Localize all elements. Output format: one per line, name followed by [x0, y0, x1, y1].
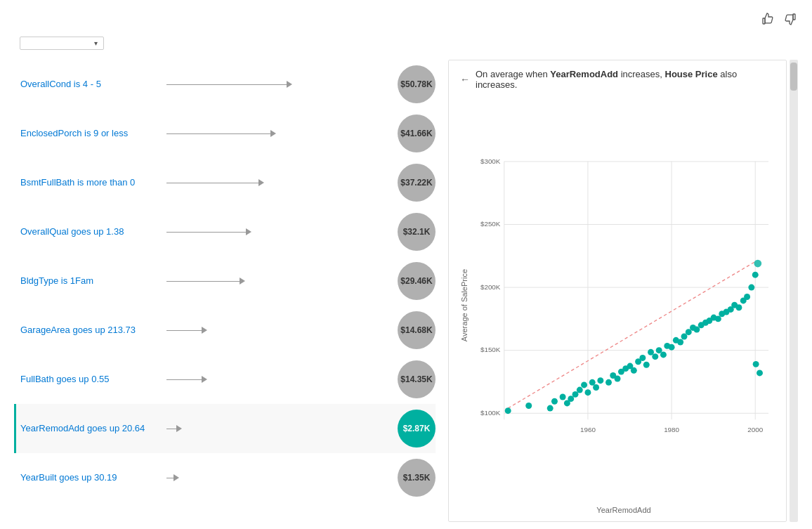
- svg-rect-1: [793, 14, 795, 20]
- header: [14, 11, 798, 27]
- influencer-bar-area: [161, 277, 398, 285]
- svg-point-71: [753, 361, 759, 367]
- svg-point-43: [643, 362, 650, 368]
- chart-panel: ← On average when YearRemodAdd increases…: [448, 60, 787, 522]
- bar-arrow-icon: [246, 228, 251, 235]
- header-actions: [760, 11, 798, 27]
- chart-header: ← On average when YearRemodAdd increases…: [460, 69, 775, 90]
- influencer-row[interactable]: OverallQual goes up 1.38 $32.1K: [14, 207, 436, 256]
- influencer-bar-area: [161, 228, 398, 235]
- svg-point-51: [677, 339, 683, 346]
- svg-point-28: [577, 387, 583, 393]
- svg-point-49: [669, 344, 675, 351]
- svg-point-30: [584, 389, 591, 396]
- influencer-bar-area: [161, 81, 398, 88]
- influence-dropdown[interactable]: ▾: [20, 37, 104, 50]
- app-container: ▾ OverallCond is 4 - 5 $50.78K EnclosedP…: [0, 0, 812, 529]
- svg-point-65: [735, 304, 742, 311]
- influencer-bar-area: [161, 179, 398, 186]
- svg-text:1980: 1980: [664, 426, 679, 433]
- svg-point-36: [615, 376, 621, 382]
- svg-point-72: [757, 370, 763, 376]
- svg-text:1960: 1960: [580, 426, 596, 433]
- svg-point-23: [551, 398, 558, 405]
- svg-point-70: [754, 260, 761, 268]
- bar-line: [166, 232, 246, 233]
- influencer-bubble: $41.66K: [398, 115, 436, 152]
- influencer-bubble: $32.1K: [398, 213, 436, 251]
- svg-text:$250K: $250K: [480, 220, 501, 228]
- influencer-bubble: $29.46K: [398, 262, 436, 300]
- scatter-plot: $300K $250K $200K $150K $100K 1960 1980 …: [473, 97, 775, 503]
- influencers-list: OverallCond is 4 - 5 $50.78K EnclosedPor…: [14, 60, 443, 522]
- influencer-row[interactable]: OverallCond is 4 - 5 $50.78K: [14, 60, 436, 109]
- chart-title: On average when YearRemodAdd increases, …: [476, 69, 775, 90]
- svg-point-24: [560, 393, 566, 400]
- bar-line: [166, 84, 287, 85]
- svg-point-22: [547, 405, 554, 412]
- chart-area: Average of SalePrice: [460, 97, 775, 514]
- bar-line: [166, 478, 173, 478]
- influencer-bubble: $2.87K: [398, 410, 436, 448]
- influencer-row[interactable]: FullBath goes up 0.55 $14.35K: [14, 355, 436, 404]
- influencer-row[interactable]: BldgType is 1Fam $29.46K: [14, 256, 436, 306]
- svg-point-40: [631, 367, 637, 374]
- filter-row: ▾: [14, 37, 798, 50]
- influencer-row[interactable]: EnclosedPorch is 9 or less $41.66K: [14, 109, 436, 158]
- bar-arrow-icon: [202, 376, 207, 383]
- svg-text:2000: 2000: [747, 426, 763, 433]
- influencer-bar-area: [161, 376, 398, 383]
- influencer-bubble: $14.35K: [398, 360, 436, 398]
- influencer-label: BldgType is 1Fam: [20, 275, 161, 287]
- bar-arrow-icon: [287, 81, 292, 88]
- bar-line: [166, 183, 258, 183]
- influencer-label: OverallQual goes up 1.38: [20, 226, 161, 238]
- scrollbar-thumb[interactable]: [790, 63, 797, 91]
- svg-rect-0: [763, 18, 765, 24]
- influencer-row[interactable]: YearBuilt goes up 30.19 $1.35K: [14, 453, 436, 502]
- influencer-bubble: $14.68K: [398, 311, 436, 349]
- bar-line: [166, 379, 202, 380]
- bar-arrow-icon: [176, 425, 182, 432]
- influencer-bar-area: [161, 425, 398, 432]
- influencer-row[interactable]: YearRemodAdd goes up 20.64 $2.87K: [14, 404, 436, 453]
- svg-text:$100K: $100K: [480, 409, 501, 417]
- scrollbar[interactable]: [790, 60, 798, 522]
- chart-inner: $300K $250K $200K $150K $100K 1960 1980 …: [473, 97, 775, 514]
- influencer-bar-area: [161, 327, 398, 334]
- svg-point-45: [652, 353, 658, 360]
- svg-point-31: [589, 379, 596, 386]
- svg-line-19: [508, 261, 755, 408]
- tab-bar: [14, 17, 31, 21]
- influencer-label: OverallCond is 4 - 5: [20, 78, 161, 91]
- influencer-label: EnclosedPorch is 9 or less: [20, 127, 161, 140]
- influencer-label: GarageArea goes up 213.73: [20, 324, 161, 337]
- thumbs-up-icon[interactable]: [760, 11, 775, 27]
- bar-arrow-icon: [240, 277, 245, 285]
- bar-line: [166, 330, 202, 331]
- influencer-label: YearRemodAdd goes up 20.64: [20, 422, 161, 435]
- influencer-label: YearBuilt goes up 30.19: [20, 471, 161, 484]
- influencer-label: BsmtFullBath is more than 0: [20, 176, 161, 189]
- bar-line: [166, 133, 270, 134]
- influencer-bubble: $37.22K: [398, 164, 436, 202]
- bar-arrow-icon: [173, 474, 179, 481]
- main-content: OverallCond is 4 - 5 $50.78K EnclosedPor…: [14, 60, 798, 522]
- svg-point-34: [605, 379, 612, 386]
- influencer-row[interactable]: GarageArea goes up 213.73 $14.68K: [14, 306, 436, 355]
- svg-point-32: [593, 384, 599, 391]
- thumbs-down-icon[interactable]: [782, 11, 798, 27]
- bar-arrow-icon: [258, 179, 264, 186]
- svg-point-42: [639, 355, 646, 361]
- svg-point-20: [505, 407, 511, 414]
- svg-point-47: [660, 351, 667, 358]
- svg-point-60: [715, 315, 721, 322]
- bar-arrow-icon: [270, 130, 276, 137]
- influencer-bar-area: [161, 474, 398, 481]
- influencer-bubble: $1.35K: [398, 459, 436, 497]
- influencer-row[interactable]: BsmtFullBath is more than 0 $37.22K: [14, 158, 436, 207]
- back-arrow-icon[interactable]: ←: [460, 74, 470, 85]
- svg-text:$150K: $150K: [480, 346, 501, 353]
- svg-point-68: [748, 285, 754, 291]
- influencer-bubble: $50.78K: [398, 65, 436, 103]
